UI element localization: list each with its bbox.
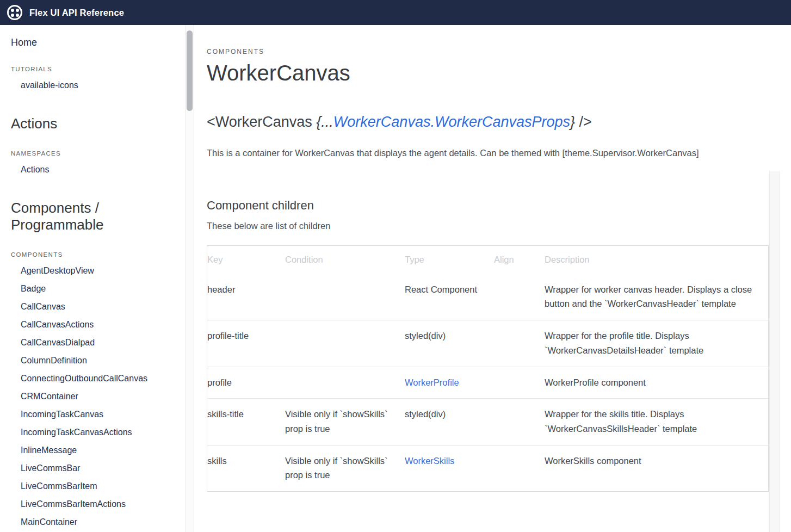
column-header: Align [494,246,545,274]
sidebar: Home TUTORIALSavailable-iconsActionsNAME… [0,25,194,532]
signature-spread: {... [316,114,333,130]
cell-condition: Visible only if `showSkills` prop is tru… [285,399,405,444]
children-table-body: headerReact ComponentWrapper for worker … [207,274,768,491]
type-link[interactable]: WorkerSkills [405,456,454,466]
sidebar-item-home[interactable]: Home [11,37,169,48]
cell-condition: Visible only if `showSkills` prop is tru… [285,446,405,491]
sidebar-item-incomingtaskcanvasactions[interactable]: IncomingTaskCanvasActions [11,428,169,437]
sidebar-item-badge[interactable]: Badge [11,284,169,294]
cell-type: WorkerProfile [405,367,494,399]
cell-condition [285,274,405,320]
cell-type: WorkerSkills [405,446,494,491]
cell-key: header [207,274,285,320]
sidebar-section-label: NAMESPACES [11,150,169,157]
cell-type: styled(div) [405,320,494,366]
cell-align [494,274,545,320]
sidebar-item-available-icons[interactable]: available-icons [11,81,169,90]
cell-condition [285,367,405,399]
signature-close-brace: } [570,114,575,130]
cell-description: Wrapper for worker canvas header. Displa… [545,274,768,320]
sidebar-nav: Home TUTORIALSavailable-iconsActionsNAME… [0,25,194,532]
table-row: profileWorkerProfileWorkerProfile compon… [207,367,768,399]
sidebar-scrollbar-thumb[interactable] [187,30,193,111]
cell-align [494,446,545,491]
signature-suffix: /> [575,114,592,130]
sidebar-item-maincontainer[interactable]: MainContainer [11,517,169,527]
type-link[interactable]: WorkerProfile [405,378,459,387]
sidebar-item-livecommsbar[interactable]: LiveCommsBar [11,463,169,473]
breadcrumb-eyebrow: COMPONENTS [207,48,791,55]
sidebar-section-label: TUTORIALS [11,66,169,72]
sidebar-item-crmcontainer[interactable]: CRMContainer [11,392,169,401]
cell-description: WorkerSkills component [545,446,768,491]
cell-condition [285,320,405,366]
sidebar-item-callcanvasactions[interactable]: CallCanvasActions [11,320,169,330]
sidebar-item-callcanvas[interactable]: CallCanvas [11,302,169,312]
cell-align [494,399,545,444]
sidebar-item-livecommsbaritem[interactable]: LiveCommsBarItem [11,481,169,491]
signature-prefix: <WorkerCanvas [207,114,316,130]
page-title: WorkerCanvas [207,61,791,85]
column-header: Description [545,246,768,274]
sidebar-item-agentdesktopview[interactable]: AgentDesktopView [11,266,169,276]
cell-description: WorkerProfile component [545,367,768,399]
table-row: skillsVisible only if `showSkills` prop … [207,445,768,491]
column-header: Type [405,246,494,274]
cell-key: skills-title [207,399,285,444]
cell-align [494,367,545,399]
cell-type: styled(div) [405,399,494,444]
sidebar-item-livecommsbaritemactions[interactable]: LiveCommsBarItemActions [11,499,169,509]
column-header: Condition [285,246,405,274]
component-description: This is a container for WorkerCanvas tha… [207,148,791,158]
top-bar: Flex UI API Reference [0,0,791,25]
table-row: profile-titlestyled(div)Wrapper for the … [207,320,768,366]
sidebar-item-incomingtaskcanvas[interactable]: IncomingTaskCanvas [11,410,169,419]
children-table: KeyConditionTypeAlignDescription headerR… [207,245,769,492]
column-header: Key [207,246,285,274]
twilio-logo-icon [7,5,22,20]
cell-align [494,320,545,366]
table-row: skills-titleVisible only if `showSkills`… [207,398,768,444]
sidebar-item-callcanvasdialpad[interactable]: CallCanvasDialpad [11,338,169,348]
cell-key: profile [207,367,285,399]
sidebar-scrollbar-track[interactable] [185,25,194,532]
component-signature: <WorkerCanvas {...WorkerCanvas.WorkerCan… [207,114,791,131]
cell-type: React Component [405,274,494,320]
app-title: Flex UI API Reference [29,8,124,18]
cell-description: Wrapper for the profile title. Displays … [545,320,768,366]
children-table-header: KeyConditionTypeAlignDescription [207,246,768,274]
cell-key: skills [207,446,285,491]
children-section-heading: Component children [207,199,769,213]
sidebar-heading: Components / Programmable [11,200,169,234]
children-scroll-region: Component children These below are list … [207,171,780,532]
sidebar-item-connectingoutboundcallcanvas[interactable]: ConnectingOutboundCallCanvas [11,374,169,383]
signature-props-link[interactable]: WorkerCanvas.WorkerCanvasProps [333,114,570,130]
sidebar-item-columndefinition[interactable]: ColumnDefinition [11,356,169,366]
sidebar-section-label: COMPONENTS [11,251,169,258]
cell-description: Wrapper for the skills title. Displays `… [545,399,768,444]
sidebar-heading: Actions [11,115,169,133]
cell-key: profile-title [207,320,285,366]
children-section-subheading: These below are list of children [207,221,769,231]
sidebar-item-actions[interactable]: Actions [11,165,169,175]
table-row: headerReact ComponentWrapper for worker … [207,274,768,320]
sidebar-item-inlinemessage[interactable]: InlineMessage [11,446,169,455]
main-content: COMPONENTS WorkerCanvas <WorkerCanvas {.… [194,25,791,532]
content-scrollbar-track[interactable] [769,171,780,532]
